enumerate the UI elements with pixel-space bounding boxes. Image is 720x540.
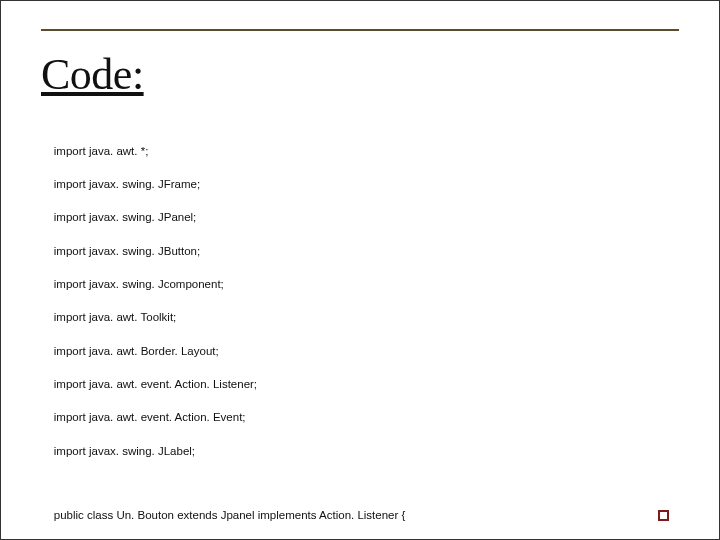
class-declaration: public class Un. Bouton extends Jpanel i…	[54, 509, 406, 521]
top-border	[41, 1, 679, 31]
import-line: import java. awt. Border. Layout;	[54, 345, 219, 357]
import-line: import javax. swing. JPanel;	[54, 211, 197, 223]
slide-frame: Code: import java. awt. *; import javax.…	[0, 0, 720, 540]
import-line: import javax. swing. Jcomponent;	[54, 278, 224, 290]
bullet-square-icon	[658, 510, 669, 521]
import-line: import javax. swing. JButton;	[54, 245, 200, 257]
code-block: import java. awt. *; import javax. swing…	[41, 126, 679, 540]
import-line: import java. awt. event. Action. Event;	[54, 411, 246, 423]
import-line: import java. awt. event. Action. Listene…	[54, 378, 257, 390]
import-line: import java. awt. Toolkit;	[54, 311, 177, 323]
import-line: import javax. swing. JFrame;	[54, 178, 200, 190]
import-line: import java. awt. *;	[54, 145, 149, 157]
import-line: import javax. swing. JLabel;	[54, 445, 195, 457]
slide-title: Code:	[41, 49, 679, 100]
